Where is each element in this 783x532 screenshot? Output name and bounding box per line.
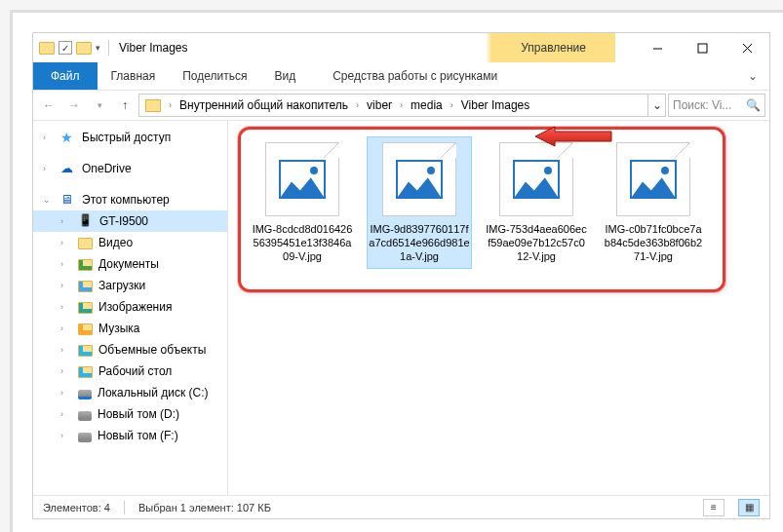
nav-label: OneDrive	[82, 162, 132, 175]
status-bar: Элементов: 4 Выбран 1 элемент: 107 КБ ≡ …	[33, 495, 769, 518]
file-name: IMG-9d8397760117fa7cd6514e966d981e1a-V.j…	[369, 222, 470, 263]
nav-pictures[interactable]: ›Изображения	[33, 296, 227, 318]
file-name: IMG-8cdcd8d01642656395451e13f3846a09-V.j…	[252, 222, 353, 263]
chevron-right-icon[interactable]: ›	[354, 100, 361, 110]
content-pane[interactable]: IMG-8cdcd8d01642656395451e13f3846a09-V.j…	[228, 121, 769, 495]
nav-video[interactable]: ›Видео	[33, 232, 227, 253]
nav-label: Музыка	[98, 322, 139, 335]
phone-icon: 📱	[78, 213, 94, 229]
chevron-right-icon[interactable]: ›	[60, 409, 63, 419]
chevron-right-icon[interactable]: ›	[60, 345, 63, 355]
nav-label: GT-I9500	[99, 214, 148, 228]
status-count: Элементов: 4	[43, 502, 110, 513]
nav-disk-d[interactable]: ›Новый том (D:)	[33, 403, 227, 425]
nav-pane[interactable]: ›★Быстрый доступ ›☁OneDrive ⌄🖥Этот компь…	[33, 121, 228, 495]
pc-icon: 🖥	[60, 192, 76, 208]
maximize-button[interactable]	[680, 33, 724, 62]
search-placeholder: Поиск: Vi...	[673, 98, 731, 112]
folder-icon	[78, 238, 93, 249]
folder-icon	[78, 259, 93, 271]
tab-file[interactable]: Файл	[33, 62, 98, 90]
chevron-right-icon[interactable]: ›	[60, 431, 63, 440]
nav-back-button[interactable]: ←	[37, 94, 60, 117]
disk-icon	[78, 411, 92, 421]
disk-icon	[78, 390, 92, 399]
chevron-right-icon[interactable]: ›	[43, 164, 46, 173]
cloud-icon: ☁	[60, 161, 76, 176]
nav-downloads[interactable]: ›Загрузки	[33, 275, 227, 296]
nav-disk-f[interactable]: ›Новый том (F:)	[33, 425, 227, 446]
nav-label: Новый том (F:)	[98, 429, 178, 442]
chevron-right-icon[interactable]: ›	[167, 100, 174, 110]
breadcrumb[interactable]: Внутренний общий накопитель	[174, 95, 354, 116]
chevron-right-icon[interactable]: ›	[60, 302, 63, 312]
nav-documents[interactable]: ›Документы	[33, 253, 227, 275]
file-item[interactable]: IMG-8cdcd8d01642656395451e13f3846a09-V.j…	[250, 136, 355, 269]
chevron-right-icon[interactable]: ›	[60, 323, 63, 333]
folder-icon	[78, 366, 93, 378]
file-item[interactable]: IMG-9d8397760117fa7cd6514e966d981e1a-V.j…	[367, 136, 472, 269]
nav-quick-access[interactable]: ›★Быстрый доступ	[33, 127, 227, 148]
image-thumb-icon	[265, 142, 339, 216]
ribbon-expand-icon[interactable]: ⌄	[736, 62, 769, 90]
file-item[interactable]: IMG-c0b71fc0bce7ab84c5de363b8f06b271-V.j…	[601, 136, 706, 269]
tab-home[interactable]: Главная	[98, 62, 170, 90]
breadcrumb[interactable]: media	[405, 95, 449, 116]
star-icon: ★	[60, 130, 76, 145]
file-list: IMG-8cdcd8d01642656395451e13f3846a09-V.j…	[238, 131, 760, 275]
folder-icon	[78, 281, 93, 292]
nav-label: Новый том (D:)	[98, 407, 179, 421]
nav-label: Загрузки	[98, 279, 145, 292]
nav-label: Видео	[98, 236, 133, 249]
chevron-right-icon[interactable]: ›	[60, 388, 63, 398]
chevron-right-icon[interactable]: ›	[60, 259, 63, 269]
nav-up-button[interactable]: ↑	[113, 94, 137, 117]
qat-folder-icon[interactable]	[76, 42, 92, 55]
image-thumb-icon	[616, 142, 690, 216]
nav-forward-button: →	[62, 94, 86, 117]
file-name: IMG-c0b71fc0bce7ab84c5de363b8f06b271-V.j…	[603, 222, 704, 263]
breadcrumb[interactable]: Viber Images	[455, 95, 535, 116]
chevron-right-icon[interactable]: ›	[60, 366, 63, 376]
chevron-down-icon[interactable]: ⌄	[43, 195, 51, 205]
tab-view[interactable]: Вид	[260, 62, 309, 90]
minimize-button[interactable]	[635, 33, 680, 62]
disk-icon	[78, 433, 92, 442]
nav-recent-dropdown[interactable]: ▾	[88, 94, 111, 117]
nav-device[interactable]: ›📱GT-I9500	[33, 210, 227, 232]
view-icons-button[interactable]: ▦	[738, 499, 760, 516]
nav-label: Рабочий стол	[98, 364, 172, 378]
chevron-right-icon[interactable]: ›	[60, 238, 63, 247]
qat-dropdown-icon[interactable]: ▾	[96, 43, 100, 53]
nav-label: Быстрый доступ	[82, 131, 171, 144]
nav-3d-objects[interactable]: ›Объемные объекты	[33, 339, 227, 361]
tab-picture-tools[interactable]: Средства работы с рисунками	[323, 62, 507, 90]
file-name: IMG-753d4aea606ecf59ae09e7b12c57c012-V.j…	[486, 222, 587, 263]
qat-checkbox[interactable]: ✓	[59, 41, 72, 55]
context-tab[interactable]: Управление	[491, 33, 615, 62]
titlebar: ✓ ▾ Viber Images Управление	[33, 33, 769, 62]
nav-onedrive[interactable]: ›☁OneDrive	[33, 158, 227, 179]
folder-icon	[78, 345, 93, 357]
breadcrumb[interactable]: viber	[361, 95, 398, 116]
chevron-right-icon[interactable]: ›	[449, 100, 455, 110]
chevron-right-icon[interactable]: ›	[398, 100, 405, 110]
address-path[interactable]: › Внутренний общий накопитель › viber › …	[138, 94, 666, 117]
close-button[interactable]	[724, 33, 769, 62]
search-input[interactable]: Поиск: Vi... 🔍	[668, 94, 765, 117]
search-icon[interactable]: 🔍	[746, 98, 761, 112]
chevron-right-icon[interactable]: ›	[60, 216, 63, 226]
file-item[interactable]: IMG-753d4aea606ecf59ae09e7b12c57c012-V.j…	[484, 136, 589, 269]
address-dropdown-icon[interactable]: ⌄	[647, 95, 665, 116]
nav-disk-c[interactable]: ›Локальный диск (C:)	[33, 382, 227, 403]
ribbon: Файл Главная Поделиться Вид Средства раб…	[33, 62, 769, 90]
chevron-right-icon[interactable]: ›	[43, 133, 46, 142]
tab-share[interactable]: Поделиться	[169, 62, 260, 90]
view-details-button[interactable]: ≡	[703, 499, 724, 516]
folder-icon	[78, 323, 93, 335]
chevron-right-icon[interactable]: ›	[60, 281, 63, 290]
nav-this-pc[interactable]: ⌄🖥Этот компьютер	[33, 189, 227, 210]
nav-desktop[interactable]: ›Рабочий стол	[33, 361, 227, 382]
status-selection: Выбран 1 элемент: 107 КБ	[138, 502, 271, 513]
nav-music[interactable]: ›Музыка	[33, 318, 227, 339]
